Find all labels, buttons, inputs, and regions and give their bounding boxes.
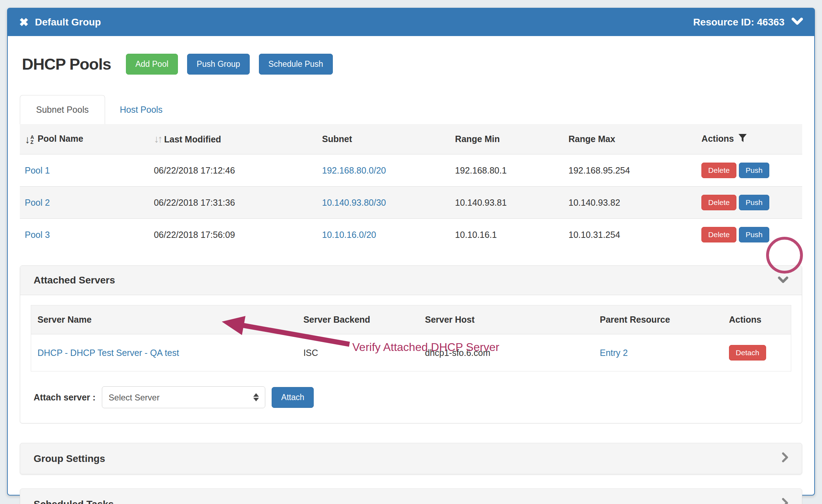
delete-button[interactable]: Delete	[701, 195, 736, 210]
attached-servers-header[interactable]: Attached Servers	[20, 266, 802, 295]
pool-table-header-row: ↓AZPool Name ↓↑Last Modified Subnet Rang…	[20, 124, 802, 154]
attached-servers-panel: Attached Servers Server Name Server Back…	[20, 265, 802, 423]
schedule-push-button[interactable]: Schedule Push	[259, 54, 333, 75]
scheduled-tasks-title: Scheduled Tasks	[34, 499, 114, 504]
last-modified-value: 06/22/2018 17:56:09	[149, 219, 317, 251]
column-last-modified[interactable]: ↓↑Last Modified	[149, 124, 317, 154]
push-button[interactable]: Push	[739, 163, 769, 178]
column-range-max: Range Max	[563, 124, 696, 154]
push-group-button[interactable]: Push Group	[187, 54, 250, 75]
range-max-value: 10.140.93.82	[563, 187, 696, 219]
subnet-pools-table: ↓AZPool Name ↓↑Last Modified Subnet Rang…	[20, 124, 802, 251]
range-min-value: 10.140.93.81	[450, 187, 564, 219]
table-row: Pool 1 06/22/2018 17:12:46 192.168.80.0/…	[20, 154, 802, 187]
last-modified-value: 06/22/2018 17:31:36	[149, 187, 317, 219]
titlebar-left: ✖ Default Group	[19, 17, 101, 28]
attached-servers-body: Server Name Server Backend Server Host P…	[20, 295, 802, 423]
delete-button[interactable]: Delete	[701, 163, 736, 178]
detach-button[interactable]: Detach	[729, 345, 766, 361]
range-min-value: 10.10.16.1	[450, 219, 564, 251]
server-backend-value: ISC	[297, 334, 419, 371]
range-max-value: 10.10.31.254	[563, 219, 696, 251]
tab-host-pools[interactable]: Host Pools	[105, 95, 178, 124]
parent-resource-link[interactable]: Entry 2	[600, 348, 628, 358]
push-button[interactable]: Push	[739, 227, 769, 242]
last-modified-value: 06/22/2018 17:12:46	[149, 154, 317, 187]
attach-server-label: Attach server :	[34, 392, 95, 403]
pool-link[interactable]: Pool 3	[25, 230, 50, 240]
attached-servers-table: Server Name Server Backend Server Host P…	[31, 305, 791, 371]
range-min-value: 192.168.80.1	[450, 154, 564, 187]
range-max-value: 192.168.95.254	[563, 154, 696, 187]
column-pool-name[interactable]: ↓AZPool Name	[20, 124, 149, 154]
column-server-actions: Actions	[723, 305, 791, 334]
server-row: DHCP - DHCP Test Server - QA test ISC dh…	[31, 334, 791, 371]
filter-icon[interactable]	[738, 134, 747, 145]
column-parent-resource: Parent Resource	[594, 305, 723, 334]
group-settings-panel[interactable]: Group Settings	[20, 443, 802, 474]
server-table-header-row: Server Name Server Backend Server Host P…	[31, 305, 791, 334]
default-group-window: ✖ Default Group Resource ID: 46363 DHCP …	[7, 8, 815, 496]
server-name-link[interactable]: DHCP - DHCP Test Server - QA test	[37, 348, 179, 358]
subnet-link[interactable]: 10.140.93.80/30	[322, 198, 386, 207]
titlebar-right: Resource ID: 46363	[693, 17, 803, 28]
pool-link[interactable]: Pool 2	[25, 198, 50, 207]
window-title: Default Group	[35, 17, 101, 28]
chevron-right-icon[interactable]	[781, 452, 788, 465]
table-row: Pool 3 06/22/2018 17:56:09 10.10.16.0/20…	[20, 219, 802, 251]
group-settings-title: Group Settings	[34, 453, 105, 464]
chevron-down-icon[interactable]	[792, 17, 803, 28]
window-titlebar: ✖ Default Group Resource ID: 46363	[8, 8, 814, 36]
tab-subnet-pools[interactable]: Subnet Pools	[20, 95, 105, 124]
table-row: Pool 2 06/22/2018 17:31:36 10.140.93.80/…	[20, 187, 802, 219]
sort-alpha-icon[interactable]: ↓AZ	[25, 135, 34, 145]
resource-id-label: Resource ID: 46363	[693, 17, 785, 28]
column-server-name: Server Name	[31, 305, 297, 334]
attached-servers-title: Attached Servers	[34, 275, 115, 286]
column-range-min: Range Min	[450, 124, 564, 154]
sort-updown-icon[interactable]: ↓↑	[154, 133, 161, 145]
add-pool-button[interactable]: Add Pool	[126, 54, 178, 75]
subnet-link[interactable]: 192.168.80.0/20	[322, 165, 386, 175]
window-body: DHCP Pools Add Pool Push Group Schedule …	[8, 36, 814, 504]
scheduled-tasks-panel[interactable]: Scheduled Tasks	[20, 488, 802, 504]
push-button[interactable]: Push	[739, 195, 769, 210]
column-server-backend: Server Backend	[297, 305, 419, 334]
pool-tabs: Subnet Pools Host Pools	[20, 95, 802, 124]
chevron-down-icon[interactable]	[778, 275, 788, 286]
close-icon[interactable]: ✖	[19, 17, 29, 28]
pool-link[interactable]: Pool 1	[25, 165, 50, 175]
server-select[interactable]: Select Server	[102, 386, 265, 408]
title-row: DHCP Pools Add Pool Push Group Schedule …	[22, 54, 802, 75]
column-server-host: Server Host	[418, 305, 593, 334]
server-select-wrap: Select Server	[102, 386, 265, 408]
server-host-value: dhcp1-sfo.6.com	[418, 334, 593, 371]
chevron-right-icon[interactable]	[781, 498, 788, 504]
column-actions: Actions	[696, 124, 802, 154]
page: { "window": { "title": "Default Group", …	[0, 0, 822, 504]
subnet-link[interactable]: 10.10.16.0/20	[322, 230, 376, 240]
attach-button[interactable]: Attach	[272, 387, 314, 408]
column-subnet: Subnet	[317, 124, 450, 154]
page-title: DHCP Pools	[22, 55, 111, 74]
delete-button[interactable]: Delete	[701, 227, 736, 242]
attach-server-row: Attach server : Select Server Attach	[31, 386, 791, 408]
